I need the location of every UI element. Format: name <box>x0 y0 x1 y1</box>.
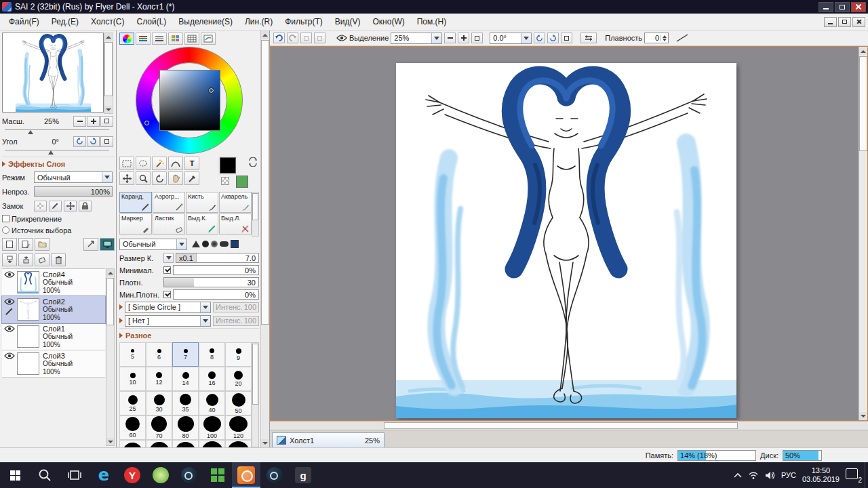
move-tool[interactable] <box>119 171 134 185</box>
brush-marker[interactable]: Маркер <box>119 214 152 235</box>
task-view-button[interactable] <box>60 462 90 488</box>
menu-item-line[interactable]: Лин.(R) <box>239 14 279 29</box>
undo-button[interactable] <box>273 33 285 43</box>
layer-row-3[interactable]: Слой3 Обычный 100% <box>2 350 105 378</box>
brush-select-eraser[interactable]: Выд.Л. <box>219 214 252 235</box>
taskbar-app-sai-active[interactable] <box>232 462 260 488</box>
clock[interactable]: 13:50 03.05.2019 <box>802 466 840 484</box>
zoom-in-button[interactable] <box>458 33 469 43</box>
taskbar-app-steam-2[interactable] <box>260 462 289 488</box>
brush-grid-scrollbar[interactable] <box>252 192 259 237</box>
nav-angle-reset-button[interactable] <box>100 136 113 147</box>
brush-tip-hard-icon[interactable] <box>202 241 209 247</box>
angle-select[interactable]: 0.0° <box>490 33 532 44</box>
nav-rotate-cw-button[interactable] <box>87 136 100 147</box>
delete-layer-button[interactable] <box>51 253 66 266</box>
density-slider[interactable]: 30 <box>163 277 259 287</box>
size-cell[interactable]: 40 <box>199 391 225 415</box>
transparent-color-swatch[interactable] <box>221 177 229 185</box>
scratchpad-tab[interactable] <box>201 33 216 45</box>
menu-item-layer[interactable]: Слой(L) <box>130 14 172 29</box>
eyedropper-tool[interactable] <box>184 171 199 185</box>
layer-list-scrollbar[interactable] <box>106 268 115 446</box>
size-cell[interactable]: 14 <box>172 367 199 391</box>
menu-item-canvas[interactable]: Холст(C) <box>85 14 130 29</box>
brush-size-field[interactable]: x0.1 7.0 <box>176 253 259 263</box>
saturation-value-square[interactable] <box>159 70 220 131</box>
new-layer-button[interactable] <box>2 238 17 251</box>
swap-colors-icon[interactable] <box>248 157 258 167</box>
menu-item-help[interactable]: Пом.(H) <box>411 14 453 29</box>
zoom-select[interactable]: 25% <box>391 33 442 44</box>
layer-row-2-selected[interactable]: Слой2 Обычный 100% <box>2 296 105 323</box>
misc-section-header[interactable]: Разное <box>119 328 259 342</box>
min-size-checkbox[interactable] <box>163 266 171 274</box>
canvas[interactable] <box>396 63 736 418</box>
lasso-tool[interactable] <box>136 157 151 170</box>
size-cell[interactable]: 60 <box>119 415 146 440</box>
navigator-thumbnail[interactable] <box>2 33 104 113</box>
visibility-eye-icon[interactable] <box>4 325 15 332</box>
menu-item-edit[interactable]: Ред.(E) <box>45 14 85 29</box>
nav-rotate-ccw-button[interactable] <box>73 136 86 147</box>
minimize-button[interactable] <box>818 2 833 12</box>
size-cell[interactable]: 10 <box>119 367 146 391</box>
size-cell[interactable]: 5 <box>119 342 146 367</box>
network-icon[interactable] <box>748 471 759 479</box>
new-sketch-layer-button[interactable] <box>18 238 33 251</box>
menu-item-file[interactable]: Файл(F) <box>3 14 45 29</box>
visibility-eye-icon[interactable] <box>4 298 15 305</box>
zoom-reset-button[interactable] <box>471 33 483 43</box>
rgb-sliders-tab[interactable] <box>136 33 151 45</box>
canvas-tab[interactable]: Холст1 25% <box>272 432 384 447</box>
size-cell[interactable]: 35 <box>172 391 199 415</box>
size-cell[interactable]: 20 <box>225 367 252 391</box>
brush-brush[interactable]: Кисть <box>186 192 218 213</box>
hue-ring[interactable] <box>136 47 243 154</box>
flip-horizontal-button[interactable] <box>580 33 597 43</box>
new-folder-button[interactable] <box>35 238 50 251</box>
canvas-horizontal-scrollbar[interactable] <box>270 421 868 430</box>
visibility-eye-icon[interactable] <box>4 352 15 359</box>
menu-item-selection[interactable]: Выделение(S) <box>172 14 239 29</box>
lock-all-button[interactable] <box>79 201 92 211</box>
nav-zoom-slider[interactable] <box>5 127 109 134</box>
size-cell[interactable]: 70 <box>146 415 172 440</box>
brush-watercolor[interactable]: Акварель <box>219 192 252 213</box>
size-cell[interactable]: 9 <box>225 342 252 367</box>
curve-tool[interactable] <box>168 157 183 170</box>
size-cell-partial[interactable] <box>146 440 172 447</box>
chevron-down-icon[interactable] <box>200 316 210 326</box>
chevron-down-icon[interactable] <box>521 33 531 43</box>
rotate-ccw-button[interactable] <box>534 33 545 43</box>
angle-reset-button[interactable] <box>561 33 572 43</box>
maximize-button[interactable] <box>835 2 850 12</box>
brush-tip-soft-icon[interactable] <box>211 241 218 247</box>
size-cell[interactable]: 80 <box>172 415 199 440</box>
taskbar-app-yandex[interactable]: Y <box>118 462 146 488</box>
brush-tip-flat-icon[interactable] <box>220 241 229 247</box>
size-cell[interactable]: 100 <box>199 415 225 440</box>
tray-expand-icon[interactable] <box>734 472 742 478</box>
size-cell[interactable]: 30 <box>146 391 172 415</box>
merge-down-button[interactable] <box>18 253 33 266</box>
brush-airbrush[interactable]: Аэрогр... <box>153 192 185 213</box>
color-mixer-tab[interactable] <box>168 33 183 45</box>
min-density-slider[interactable]: 0% <box>173 289 259 300</box>
rotate-view-tool[interactable] <box>152 171 167 185</box>
size-cell-partial[interactable] <box>172 440 199 447</box>
selection-source-radio[interactable] <box>2 226 9 234</box>
layer-row-1[interactable]: Слой1 Обычный 100% <box>2 323 105 350</box>
menu-item-view[interactable]: Вид(V) <box>329 14 367 29</box>
menu-item-filter[interactable]: Фильтр(T) <box>279 14 329 29</box>
chevron-down-icon[interactable] <box>431 33 441 43</box>
action-center-button[interactable]: 2 <box>846 468 861 482</box>
taskbar-app-edge[interactable]: e <box>90 462 118 488</box>
size-cell-partial[interactable] <box>119 440 146 447</box>
brush-select-pen[interactable]: Выд.К. <box>186 214 218 235</box>
transform-button[interactable] <box>83 238 98 251</box>
toolbar-disabled-button-1[interactable] <box>300 33 312 43</box>
brush-pencil[interactable]: Каранд. <box>119 192 152 213</box>
text-tool[interactable]: T <box>184 157 199 170</box>
chevron-down-icon[interactable] <box>200 302 210 312</box>
